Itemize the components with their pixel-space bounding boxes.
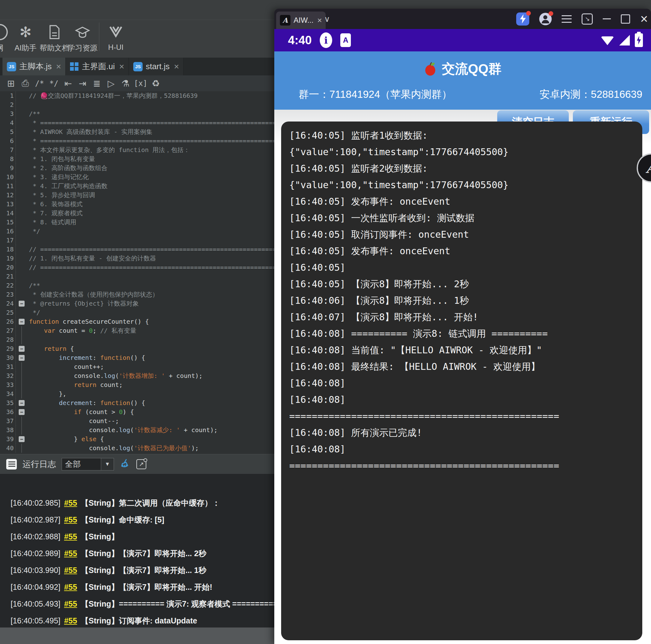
signal-icon (619, 35, 630, 46)
android-log-line: [16:40:05] 【演示8】即将开始... 2秒 (289, 276, 634, 292)
log-id-link[interactable]: #55 (64, 532, 77, 541)
line-number: 34 (0, 389, 16, 399)
log-filter-select[interactable]: 全部 ▼ (62, 458, 114, 470)
log-id-link[interactable]: #55 (64, 515, 77, 524)
log-timestamp: [16:40:05.495] (10, 616, 60, 625)
fold-gutter (16, 91, 29, 100)
toolbar-item-learning-resources[interactable]: 学习资源 (65, 23, 100, 53)
android-log-line: [16:40:07] 【演示8】即将开始... 开始! (289, 309, 634, 325)
minimize-button[interactable] (603, 19, 611, 19)
fold-gutter (16, 227, 29, 236)
clear-trash-icon[interactable]: ♻ (150, 78, 162, 89)
fold-marker[interactable]: − (16, 435, 29, 444)
export-log-icon[interactable]: ↗ (136, 459, 146, 469)
screen: 网 ✻ AI助手 帮助文档 学习资源 (0, 0, 651, 644)
fold-gutter (16, 146, 29, 154)
android-log-line: [16:40:06] 【演示8】即将开始... 1秒 (289, 292, 634, 309)
tab-close-icon[interactable]: × (119, 62, 124, 72)
close-button[interactable]: × (640, 12, 648, 26)
code-line: 12 * 5. 异步处理与回调 (0, 191, 274, 200)
log-id-link[interactable]: #55 (64, 498, 77, 507)
android-log-output[interactable]: [16:40:05] 监听者1收到数据:{"value":100,"timest… (281, 121, 642, 640)
menu-icon[interactable] (562, 15, 571, 23)
account-icon[interactable] (539, 13, 552, 25)
outdent-icon[interactable]: ⇤ (62, 78, 74, 89)
tab-close-icon[interactable]: × (56, 62, 61, 72)
fold-marker[interactable]: − (16, 408, 29, 416)
tab-close-icon[interactable]: × (174, 62, 179, 72)
code-line: 40 console.log('计数器已为最小值'); (0, 444, 274, 453)
toolbar-divider (0, 20, 274, 20)
code-line: 36− if (count > 0) { (0, 408, 274, 416)
tab-start-js[interactable]: JS start.js × (129, 58, 184, 76)
clear-log-broom-icon[interactable] (120, 458, 131, 470)
boost-lightning-icon[interactable] (516, 12, 529, 26)
line-number: 11 (0, 182, 16, 191)
app-header: 交流QQ群 群一：711841924（苹果内测群） 安卓内测：528816639 (274, 51, 651, 110)
fold-gutter (16, 218, 29, 227)
code-line: 15 * 8. 链式调用 (0, 218, 274, 227)
tab-list-chevron-icon[interactable]: ∨ (324, 14, 330, 24)
code-line: 5 * AIWROK 高级函数封装库 - 实用案例集 (0, 127, 274, 137)
titlebar-controls: ↘ × (516, 9, 648, 29)
fold-gutter (16, 164, 29, 173)
tab-label: 主界面.ui (82, 61, 115, 72)
log-id-link[interactable]: #55 (64, 583, 77, 591)
line-number: 32 (0, 371, 16, 380)
screenshot-icon[interactable]: ↘ (582, 13, 593, 25)
fold-marker[interactable]: − (16, 299, 29, 308)
log-id-link[interactable]: #55 (64, 566, 77, 575)
log-message: 【String】【演示7】即将开始... 2秒 (81, 549, 207, 558)
fold-gutter (16, 263, 29, 272)
code-line: 1// 🧶交流QQ群711841924群一，苹果内测群，528816639 (0, 91, 274, 100)
run-icon[interactable]: ▷ (105, 78, 117, 89)
code-line: 4 * ====================================… (0, 118, 274, 127)
android-log-line: [16:40:08] (289, 391, 634, 408)
log-timestamp: [16:40:05.493] (10, 599, 60, 608)
code-line: 21 (0, 272, 274, 281)
run-log-body[interactable]: [16:40:02.985]#55【String】第二次调用（应命中缓存）：[1… (0, 474, 274, 627)
tab-main-script[interactable]: JS 主脚本.js × (2, 58, 66, 76)
line-number: 13 (0, 200, 16, 209)
maximize-button[interactable] (621, 14, 630, 24)
line-number: 12 (0, 191, 16, 200)
emulator-tab[interactable]: A AIW... × (276, 11, 326, 29)
toolbar-item-hui[interactable]: H-UI (99, 23, 133, 52)
log-id-link[interactable]: #55 (64, 549, 77, 558)
code-line: 17 (0, 236, 274, 245)
android-log-line: [16:40:05] 监听者2收到数据: (289, 160, 634, 177)
log-id-link[interactable]: #55 (64, 616, 77, 625)
new-file-icon[interactable]: ⊞ (5, 78, 17, 89)
indent-icon[interactable]: ⇥ (76, 78, 88, 89)
line-number: 35 (0, 399, 16, 408)
fold-gutter (16, 182, 29, 191)
comment-end-icon[interactable]: */ (48, 79, 60, 88)
tab-close-icon[interactable]: × (317, 16, 322, 25)
qq-groups-row: 群一：711841924（苹果内测群） 安卓内测：528816639 (299, 88, 642, 101)
android-log-line: [16:40:08] 当前值: "【HELLO AIWROK - 欢迎使用】" (289, 342, 634, 358)
log-id-link[interactable]: #55 (64, 599, 77, 608)
print-icon[interactable]: ⎙ (19, 78, 31, 89)
variables-icon[interactable]: [x] (134, 79, 147, 88)
fold-marker[interactable]: − (16, 353, 29, 362)
comment-start-icon[interactable]: /* (34, 79, 45, 88)
line-number: 17 (0, 236, 16, 245)
log-message: 【String】【演示7】即将开始... 1秒 (81, 566, 207, 575)
fold-marker[interactable]: − (16, 344, 29, 353)
format-code-icon[interactable]: ≣ (91, 78, 103, 89)
log-timestamp: [16:40:02.985] (10, 498, 60, 507)
code-editor[interactable]: 1// 🧶交流QQ群711841924群一，苹果内测群，52881663923/… (0, 91, 274, 454)
run-log-entry: [16:40:02.989]#55【String】【演示7】即将开始... 2秒 (10, 545, 274, 562)
log-filter-value: 全部 (62, 459, 101, 469)
line-number: 29 (0, 344, 16, 353)
tab-main-ui[interactable]: 主界面.ui × (66, 58, 129, 76)
fold-gutter (16, 335, 29, 344)
fold-marker[interactable]: − (16, 317, 29, 326)
fold-gutter (16, 308, 29, 317)
code-line: 37 count--; (0, 416, 274, 426)
fold-marker[interactable]: − (16, 399, 29, 408)
run-log-entry: [16:40:04.992]#55【String】【演示7】即将开始... 开始… (10, 579, 274, 595)
code-line: 28 (0, 335, 274, 344)
test-flask-icon[interactable]: ⚗ (120, 78, 131, 89)
line-number: 9 (0, 164, 16, 173)
